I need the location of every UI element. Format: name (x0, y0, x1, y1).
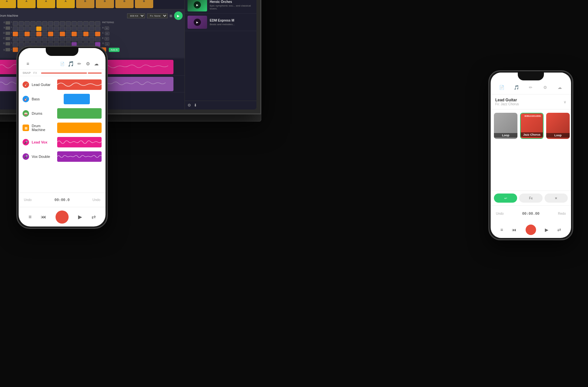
pr-fx-card-jazz-chorus[interactable]: MOBILE EXCLUSIVE Jazz Chorus (520, 113, 544, 139)
loop-thumbnail: ▶ (188, 16, 207, 29)
phone-list-btn[interactable]: ≡ (28, 214, 31, 220)
snap-row: SNAP FX (19, 70, 106, 76)
dm-pad[interactable] (24, 21, 30, 26)
phone-clip-lead-guitar[interactable] (57, 79, 102, 90)
pr-close-button[interactable]: ✕ (545, 194, 568, 203)
dm-pad[interactable] (95, 21, 100, 26)
dm-pad[interactable] (36, 21, 41, 26)
phone-track-bass: 🎸 Bass (19, 92, 106, 106)
phone-clip-dm[interactable] (57, 123, 102, 133)
dm-pad[interactable] (48, 21, 53, 26)
dm-row-1: 6 T (0, 21, 183, 26)
phone-clip-vox-double[interactable] (57, 151, 102, 162)
pr-track-expand-icon[interactable]: ∨ (564, 100, 566, 104)
phone-left-toolbar: ≡ 📄 🎵 ✏ ⚙ ☁ (19, 58, 106, 70)
phone-clip-bass[interactable] (64, 94, 90, 104)
phone-audio-icon[interactable]: 🎵 (67, 60, 75, 68)
phone-rewind-btn[interactable]: ⏮ (41, 214, 46, 220)
phone-transport: ≡ ⏮ ▶ ⇄ (19, 207, 106, 227)
drum-machine-title: Drum Machine (0, 14, 18, 17)
dm-pad[interactable] (89, 21, 94, 26)
pr-bottom-buttons: ↩ Fx ✕ (491, 191, 571, 205)
dm-pad[interactable] (42, 21, 47, 26)
loop-item-edm-express[interactable]: ▶ EDM Express M Beats and melodies... (185, 14, 256, 31)
clip-section-b4[interactable]: B (135, 0, 153, 8)
dm-pad[interactable] (13, 21, 18, 26)
dm-pad[interactable] (83, 21, 89, 26)
dm-pad[interactable] (60, 21, 65, 26)
phone-track-lead-vox: 🎤 Lead Vox (19, 135, 106, 149)
phone-track-vox-double: 🎤 Vox Double (19, 149, 106, 164)
pr-list-icon[interactable]: ≡ (500, 227, 503, 232)
phone-track-icon-bass: 🎸 (23, 96, 29, 102)
clip-section-a1[interactable]: A (0, 0, 16, 8)
phone-edit-icon[interactable]: ✏ (75, 60, 83, 68)
pr-toolbar: 📄 🎵 ✏ ⚙ ☁ (491, 80, 571, 94)
phone-track-lead-guitar: 🎸 Lead Guitar (19, 77, 106, 92)
pr-doc-icon[interactable]: 📄 (498, 83, 506, 92)
loop-list: ▶ 50 LOOPS Macro Melodies MIDI Pack Catc… (185, 0, 256, 101)
phone-left: ≡ 📄 🎵 ✏ ⚙ ☁ SNAP FX 🎸 Lead Gui (16, 46, 108, 229)
phone-clip-lead-vox[interactable] (57, 137, 102, 147)
clip-section-a3[interactable]: A (37, 0, 55, 8)
loop-play-button[interactable]: ▶ (194, 1, 201, 8)
pr-loop-transport-btn[interactable]: ⇄ (557, 227, 561, 232)
phone-play-btn[interactable]: ▶ (78, 214, 82, 220)
clip-section-b3[interactable]: B (115, 0, 134, 8)
dm-pad-active[interactable] (36, 26, 41, 31)
pr-loop-button[interactable]: ↩ (494, 194, 517, 203)
pr-fx-card-loop2[interactable]: Loop (546, 113, 570, 139)
pr-cloud-icon[interactable]: ☁ (556, 83, 564, 92)
phone-track-icon-guitar: 🎸 (23, 81, 29, 88)
fx-select[interactable]: Fx: None (147, 13, 168, 18)
pr-bottom-transport: Undo 00:00.00 Redo (491, 205, 571, 222)
dm-pad[interactable] (66, 21, 71, 26)
pr-rewind-btn[interactable]: ⏮ (512, 227, 516, 232)
phone-track-icon-dm: ▦ (23, 125, 29, 131)
pr-play-btn[interactable]: ▶ (545, 227, 548, 232)
dm-pad[interactable] (72, 21, 77, 26)
phone-settings-icon[interactable]: ⚙ (84, 60, 92, 68)
phone-music-icon[interactable]: 📄 (58, 60, 66, 68)
clip-section-b1[interactable]: B (76, 0, 94, 8)
panel-bottom-controls: ⚙ ⬇ (185, 101, 256, 109)
grid-expand-icon[interactable]: ⊞ (170, 14, 172, 18)
clip-section-a2[interactable]: A (17, 0, 36, 8)
pr-audio-icon[interactable]: 🎵 (512, 83, 521, 92)
loop-item-heroic-orches[interactable]: ♪ ▶ Heroic Orches Epic symphonic sou... … (185, 0, 256, 14)
clip-section-b2[interactable]: B (96, 0, 114, 8)
pr-record-button[interactable] (526, 225, 536, 235)
pr-fx-panel: Loop MOBILE EXCLUSIVE Jazz Chorus Loop (491, 109, 571, 191)
phone-list-icon[interactable]: ≡ (24, 60, 32, 68)
download-icon[interactable]: ⬇ (194, 103, 197, 108)
pr-settings-icon[interactable]: ⚙ (541, 83, 549, 92)
phone-bottom-bar: Undo 00:00.0 Undo (19, 193, 106, 207)
loop-play-button[interactable]: ▶ (194, 19, 201, 26)
phone-loop-btn[interactable]: ⇄ (91, 214, 96, 220)
dm-play-button[interactable]: ▶ (174, 11, 183, 20)
dm-pad[interactable] (30, 21, 36, 26)
phone-cloud-icon[interactable]: ☁ (92, 60, 100, 68)
phone-right-notch (518, 71, 544, 80)
phone-track-icon-lead-vox: 🎤 (23, 139, 29, 145)
settings-icon[interactable]: ⚙ (188, 103, 191, 108)
phone-track-icon-vox-double: 🎤 (23, 153, 29, 160)
clip-section-a4[interactable]: A (57, 0, 75, 8)
pr-transport: ≡ ⏮ ▶ ⇄ (491, 222, 571, 238)
phone-track-icon-drums: 🥁 (23, 110, 29, 117)
dm-pad[interactable] (77, 21, 83, 26)
phone-track-list: 🎸 Lead Guitar 🎸 Bass 🥁 Drums (19, 76, 106, 193)
kit-select[interactable]: 808 Kit (127, 13, 145, 18)
pr-track-info: Lead Guitar Fx: Jazz Chorus ∨ (491, 94, 571, 109)
phone-record-button[interactable] (56, 210, 69, 224)
phone-right-screen: 📄 🎵 ✏ ⚙ ☁ Lead Guitar Fx: Jazz Chorus ∨ … (491, 73, 571, 238)
phone-track-drum-machine: ▦ Drum Machine (19, 121, 106, 135)
pr-fx-button[interactable]: Fx (519, 194, 542, 203)
dm-add-pattern-button[interactable]: Add A (109, 48, 120, 52)
phone-clip-drums[interactable] (57, 108, 102, 119)
pr-fx-row: Loop MOBILE EXCLUSIVE Jazz Chorus Loop (491, 109, 571, 191)
dm-pad[interactable] (54, 21, 59, 26)
pr-fx-card-loop[interactable]: Loop (494, 113, 517, 139)
pr-edit-icon[interactable]: ✏ (527, 83, 535, 92)
dm-pad[interactable] (19, 21, 24, 26)
